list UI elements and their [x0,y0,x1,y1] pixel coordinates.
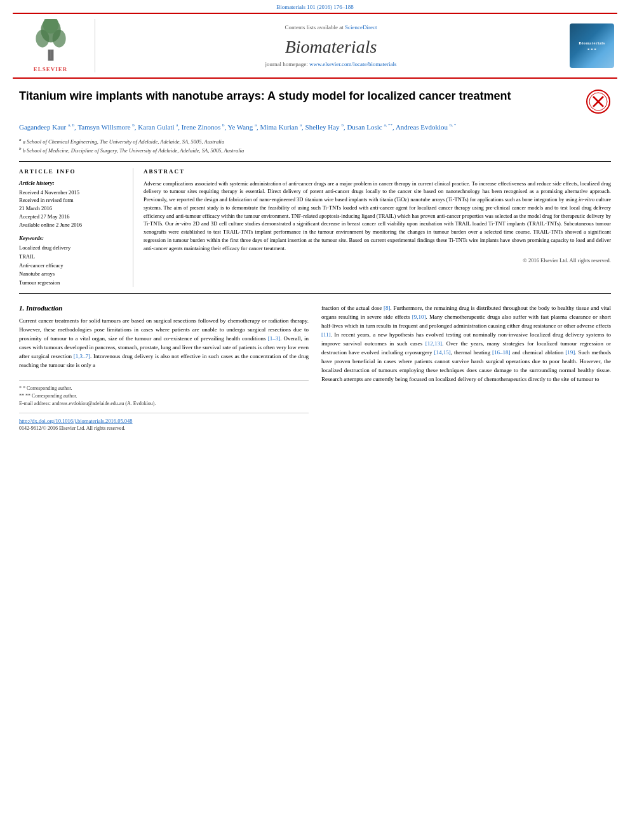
homepage-link[interactable]: www.elsevier.com/locate/biomaterials [309,61,396,67]
keywords-heading: Keywords: [19,235,125,241]
history-accepted: Accepted 27 May 2016 [19,213,125,221]
affiliations: a a School of Chemical Engineering, The … [19,137,611,155]
history-revised-label: Received in revised form [19,196,125,204]
article-title-section: Titanium wire implants with nanotube arr… [19,89,611,114]
ref-11[interactable]: [11] [321,331,331,338]
abstract-column: ABSTRACT Adverse complications associate… [144,168,611,288]
doi-link[interactable]: http://dx.doi.org/10.1016/j.biomaterials… [19,418,133,424]
ref-12-13[interactable]: [12,13] [426,340,442,347]
ref-16-18[interactable]: [16–18] [492,349,511,356]
footnote-1: * * Corresponding author. [19,385,309,392]
article-title: Titanium wire implants with nanotube arr… [19,89,579,103]
keyword-5: Tumour regression [19,279,125,288]
doi-section: http://dx.doi.org/10.1016/j.biomaterials… [19,413,309,431]
body-right-column: fraction of the actual dose [8]. Further… [321,304,611,431]
article-info-abstract-section: ARTICLE INFO Article history: Received 4… [19,161,611,295]
copyright-line: © 2016 Elsevier Ltd. All rights reserved… [144,257,611,263]
page-wrapper: Biomaterials 101 (2016) 176–188 ELSEVIER… [0,0,630,840]
journal-ref: Biomaterials 101 (2016) 176–188 [276,4,354,10]
authors-line: Gagandeep Kaur a, b, Tamsyn Willsmore b,… [19,122,611,133]
ref-8[interactable]: [8] [384,305,391,311]
elsevier-label: ELSEVIER [34,66,68,72]
history-received: Received 4 November 2015 [19,189,125,197]
article-content: Titanium wire implants with nanotube arr… [19,79,611,431]
biomaterials-badge-text: Biomaterials ■ ■ ■ [579,40,605,51]
doi-copyright: 0142-9612/© 2016 Elsevier Ltd. All right… [19,425,309,431]
keyword-2: TRAIL [19,253,125,262]
elsevier-tree-icon [29,19,73,63]
ref-1-3[interactable]: [1–3] [268,335,281,342]
footnote-2: ** ** Corresponding author. [19,392,309,400]
keyword-1: Localized drug delivery [19,244,125,253]
article-info-heading: ARTICLE INFO [19,168,125,175]
intro-right-text: fraction of the actual dose [8]. Further… [321,304,611,383]
header-area: ELSEVIER Contents lists available at Sci… [13,13,617,79]
article-info-column: ARTICLE INFO Article history: Received 4… [19,168,133,288]
elsevier-logo-area: ELSEVIER [13,19,95,72]
body-section: 1. Introduction Current cancer treatment… [19,304,611,431]
header-right-logo: Biomaterials ■ ■ ■ [566,19,617,72]
keyword-4: Nanotube arrays [19,270,125,279]
article-history: Article history: Received 4 November 201… [19,180,125,229]
intro-heading: 1. Introduction [19,304,309,312]
intro-left-text: Current cancer treatments for solid tumo… [19,317,309,370]
keyword-3: Anti-cancer efficacy [19,262,125,270]
journal-title-header: Biomaterials [285,37,377,57]
crossmark-icon [586,89,611,114]
abstract-text: Adverse complications associated with sy… [144,180,611,253]
header-center: Contents lists available at ScienceDirec… [95,19,566,72]
footnote-email: E-mail address: andreas.evdokiou@adelaid… [19,400,309,408]
body-left-column: 1. Introduction Current cancer treatment… [19,304,309,431]
footnotes-section: * * Corresponding author. ** ** Correspo… [19,380,309,408]
ref-14-15[interactable]: [14,15] [434,349,450,356]
affiliation-b: b b School of Medicine, Discipline of Su… [19,145,611,155]
ref-19[interactable]: [19] [565,349,575,356]
abstract-heading: ABSTRACT [144,168,611,175]
affiliation-a: a a School of Chemical Engineering, The … [19,137,611,146]
sciencedirect-line: Contents lists available at ScienceDirec… [285,24,377,30]
biomaterials-badge: Biomaterials ■ ■ ■ [570,23,614,68]
ref-1-3-7[interactable]: [1,3–7] [74,353,90,359]
sciencedirect-link[interactable]: ScienceDirect [345,24,377,30]
top-ref-bar: Biomaterials 101 (2016) 176–188 [0,0,630,13]
homepage-line: journal homepage: www.elsevier.com/locat… [265,61,397,67]
history-revised-date: 21 March 2016 [19,204,125,213]
history-heading: Article history: [19,180,125,186]
history-online: Available online 2 June 2016 [19,221,125,229]
ref-9-10[interactable]: [9,10] [412,314,426,320]
keywords-section: Keywords: Localized drug delivery TRAIL … [19,235,125,287]
